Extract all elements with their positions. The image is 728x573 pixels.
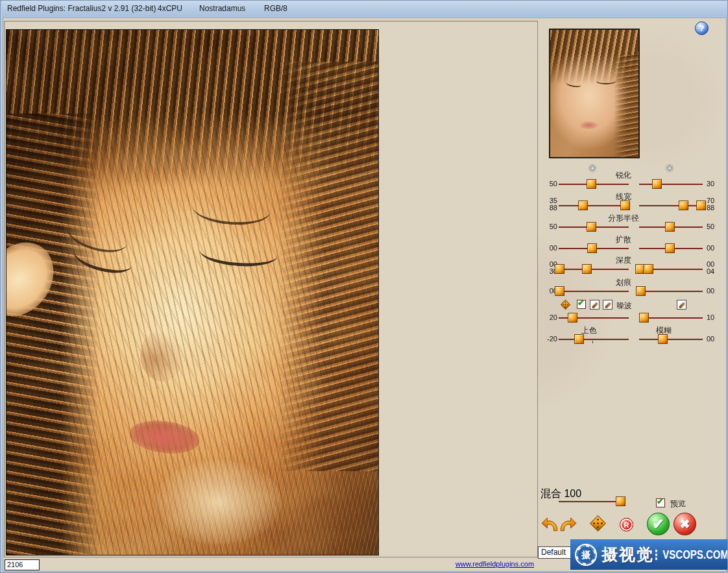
noise-checkbox[interactable]: ✔ [577, 300, 586, 309]
slider-handle[interactable] [696, 201, 706, 210]
slider-row-线宽: 线宽35887088 [540, 191, 723, 212]
slider-row-深度: 深度00300004 [540, 255, 723, 276]
preview-checkbox-label: 预览 [670, 498, 686, 509]
slider-track[interactable] [559, 291, 629, 292]
pencil-icon [592, 302, 599, 309]
slider-value: 10 [707, 314, 723, 321]
slider-track[interactable] [559, 248, 629, 249]
slider-label: 划痕 [540, 277, 707, 288]
slider-track[interactable] [639, 317, 703, 319]
slider-row-上色-模糊: 上色模糊-2000 [540, 325, 723, 346]
slider-value: 50 [707, 223, 723, 230]
slider-handle[interactable] [679, 201, 688, 210]
preview-image[interactable] [6, 29, 379, 555]
engine-label: Nostradamus [199, 4, 245, 13]
slider-track[interactable] [639, 205, 703, 206]
slider-handle[interactable] [568, 313, 577, 323]
slider-handle[interactable] [574, 334, 584, 344]
slider-handle[interactable] [636, 286, 646, 296]
cpu-label: 4xCPU [158, 4, 182, 13]
preview-canvas[interactable] [4, 21, 538, 557]
slider-handle[interactable] [644, 264, 653, 274]
slider-label: 锐化 [540, 170, 707, 181]
pencil-button-1[interactable] [590, 300, 600, 310]
mix-value: 100 [564, 488, 581, 499]
watermark-seal [655, 549, 657, 561]
slider-track[interactable] [639, 291, 703, 292]
slider-value: 30 [707, 180, 723, 188]
client-area: 2106 www.redfieldplugins.com Default ? ✳… [3, 18, 727, 572]
mix-slider-row: 混合 100 [540, 487, 723, 508]
preview-art-texture [6, 30, 378, 555]
slider-value: 50 [540, 180, 557, 188]
watermark-logo-char: 摄 [576, 545, 596, 565]
slider-label: 扩散 [540, 234, 707, 245]
cancel-button[interactable]: ✖ [673, 513, 696, 535]
website-link[interactable]: www.redfieldplugins.com [455, 560, 534, 568]
zoom-value-box[interactable]: 2106 [5, 559, 40, 570]
slider-handle[interactable] [587, 222, 596, 232]
slider-track[interactable] [559, 226, 629, 228]
slider-track[interactable] [639, 339, 703, 340]
slider-track[interactable] [639, 269, 703, 270]
slider-track[interactable] [639, 248, 703, 249]
slider-row-扩散: 扩散0000 [540, 234, 723, 255]
preview-checkbox-mark: ✔ [657, 497, 664, 506]
reset-button[interactable]: R [620, 518, 633, 531]
slider-value: -20 [540, 335, 557, 343]
mix-slider-handle[interactable] [616, 496, 625, 506]
slider-handle[interactable] [582, 264, 592, 274]
source-thumbnail [549, 29, 640, 158]
slider-handle[interactable] [658, 334, 668, 344]
noise-label: 噪波 [616, 300, 632, 311]
ok-button[interactable]: ✔ [647, 513, 670, 535]
undo-button[interactable] [541, 517, 559, 532]
slider-track[interactable] [559, 269, 629, 270]
mix-label: 混合 [540, 488, 561, 499]
slider-handle[interactable] [587, 243, 597, 253]
slider-track[interactable] [559, 205, 629, 206]
pencil-icon [605, 302, 612, 309]
pencil-button-right[interactable] [677, 300, 686, 310]
slider-track[interactable] [639, 184, 703, 185]
noise-options-row: ✔ 噪波 [540, 299, 723, 311]
slider-handle[interactable] [665, 222, 675, 232]
slider-handle[interactable] [555, 264, 564, 274]
slider-value: 50 [540, 223, 557, 230]
noise-diamond-icon[interactable] [560, 299, 571, 310]
slider-row-锐化: 锐化5030 [540, 170, 723, 191]
watermark-site: VSCOPS.COM [662, 548, 728, 561]
randomize-button[interactable] [588, 514, 607, 533]
slider-track[interactable] [639, 226, 703, 228]
slider-value: 3588 [540, 197, 557, 212]
pencil-button-2[interactable] [603, 300, 613, 310]
noise-checkbox-mark: ✔ [577, 299, 585, 308]
slider-value: 20 [540, 314, 557, 321]
slider-handle[interactable] [639, 313, 649, 323]
slider-handle[interactable] [665, 243, 675, 253]
slider-handle[interactable] [555, 286, 564, 296]
watermark-banner: 摄 摄视觉 VSCOPS.COM [570, 539, 728, 570]
slider-row-分形半径: 分形半径5050 [540, 213, 723, 234]
slider-value: 00 [707, 287, 723, 295]
watermark-brand: 摄视觉 [601, 544, 654, 565]
slider-center-tick [592, 341, 593, 343]
mix-slider-track[interactable] [559, 501, 622, 502]
slider-track[interactable] [559, 184, 629, 185]
slider-handle[interactable] [587, 179, 596, 189]
preview-checkbox[interactable]: ✔ [656, 498, 665, 507]
slider-handle[interactable] [578, 201, 588, 210]
slider-value: 00 [540, 245, 557, 252]
slider-track[interactable] [559, 339, 629, 340]
thumbnail-art-hair-right [614, 55, 640, 157]
title-bar: Redfield Plugins: Fractalius2 v 2.91 (32… [2, 1, 727, 17]
help-button[interactable]: ? [695, 21, 709, 35]
thumbnail-art-lips [580, 121, 598, 129]
watermark-logo-icon: 摄 [575, 544, 597, 566]
slider-handle[interactable] [652, 179, 662, 189]
plugin-window: Redfield Plugins: Fractalius2 v 2.91 (32… [0, 0, 728, 573]
redo-button[interactable] [559, 517, 577, 532]
slider-label: 分形半径 [540, 213, 707, 224]
slider-track[interactable] [559, 317, 629, 319]
slider-handle[interactable] [620, 201, 630, 210]
